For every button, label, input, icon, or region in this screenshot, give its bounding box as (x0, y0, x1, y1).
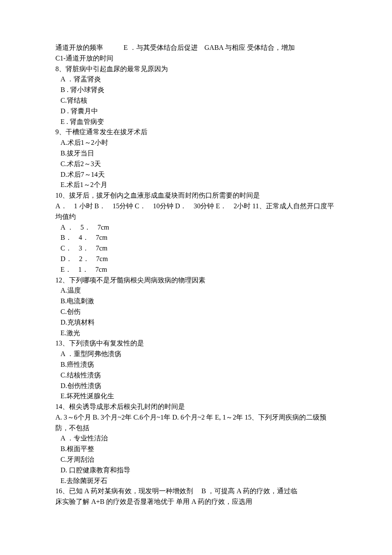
text-line: D . 肾囊月中 (55, 106, 337, 117)
document-page: 通道开放的频率 E ．与其受体结合后促进 GABA 与相应 受体结合，增加C1-… (0, 0, 392, 533)
text-line: B.电流刺激 (55, 296, 337, 307)
text-line: A ．肾盂肾炎 (55, 74, 337, 85)
text-line: B.拔牙当日 (55, 148, 337, 159)
text-line: 9、干槽症通常发生在拔牙术后 (55, 127, 337, 138)
text-line: E . 肾血管病变 (55, 117, 337, 127)
text-line: C.牙周刮治 (55, 454, 337, 465)
text-line: D.充填材料 (55, 317, 337, 328)
text-line: E.激光 (55, 328, 337, 339)
text-line: A ． 5． 7cm (55, 222, 337, 233)
text-line: E.术后1～2个月 (55, 180, 337, 190)
text-line: B． 4． 7cm (55, 233, 337, 243)
text-line: A ．专业性洁治 (55, 433, 337, 444)
text-line: A. 3～6个月 B. 3个月~2年 C.6个月~1年 D. 6个月~2 年 E… (55, 412, 337, 434)
text-line: D.术后7～14天 (55, 170, 337, 180)
text-line: 16、已知 A 药对某病有效，现发明一种增效剂 B ，可提高 A 药的疗效，通过… (55, 486, 337, 497)
text-line: D. 口腔健康教育和指导 (55, 465, 337, 476)
text-line: E.坏死性涎腺化生 (55, 391, 337, 402)
text-line: A.术后1～2小时 (55, 138, 337, 148)
text-line: 13、下列溃疡中有复发性的是 (55, 338, 337, 349)
text-line: 12、下列哪项不是牙髓病根尖周病致病的物理因素 (55, 275, 337, 286)
text-line: 8、肾脏病中引起血尿的最常见原因为 (55, 64, 337, 75)
text-line: 床实验了解 A+B 的疗效是否显著地优于 单用 A 药的疗效，应选用 (55, 497, 337, 507)
text-line: D.创伤性溃疡 (55, 381, 337, 391)
text-line: C.结核性溃疡 (55, 370, 337, 381)
text-line: E． 1． 7cm (55, 265, 337, 275)
text-line: C.肾结核 (55, 95, 337, 106)
text-line: 14、根尖诱导成形术后根尖孔封闭的时间是 (55, 402, 337, 412)
text-line: 通道开放的频率 E ．与其受体结合后促进 GABA 与相应 受体结合，增加 (55, 43, 337, 53)
text-line: B . 肾小球肾炎 (55, 85, 337, 95)
text-line: A.温度 (55, 285, 337, 296)
text-line: B.癌性溃疡 (55, 359, 337, 370)
text-line: E.去除菌斑牙石 (55, 476, 337, 486)
text-line: C1-通道开放的时间 (55, 53, 337, 64)
text-line: C． 3． 7cm (55, 243, 337, 254)
text-line: D． 2． 7cm (55, 254, 337, 265)
text-line: A． 1 小时 B． 15分钟 C． 10分钟 D． 30分钟 E． 2小时 1… (55, 201, 337, 222)
text-line: A ．重型阿弗他溃疡 (55, 349, 337, 359)
text-line: C.术后2～3天 (55, 159, 337, 170)
text-line: C.创伤 (55, 307, 337, 317)
text-line: 10、拔牙后，拔牙创内之血液形成血凝块而封闭伤口所需要的时间是 (55, 190, 337, 201)
text-line: B.根面平整 (55, 444, 337, 454)
